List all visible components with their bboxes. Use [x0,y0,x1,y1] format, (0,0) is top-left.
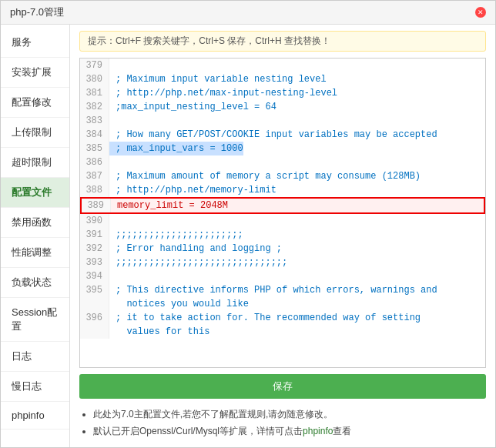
line-content: ; Maximum amount of memory a script may … [109,169,421,183]
line-number: 396 [80,311,109,325]
line-content: ; Maximum input variable nesting level [109,72,327,86]
code-line: 395; This directive informs PHP of which… [80,283,485,297]
sidebar-item-性能调整[interactable]: 性能调整 [1,238,69,268]
notes-section: 此处为7.0主配置文件,若您不了解配置规则,请勿随意修改。默认已开启Openss… [79,405,486,441]
code-line: 379 [80,59,485,72]
title-bar: php-7.0管理 ✕ [1,1,495,25]
line-content [109,59,116,72]
line-number [80,297,109,311]
window-title: php-7.0管理 [10,5,64,19]
line-content: notices you would like [109,297,249,311]
line-content: ;;;;;;;;;;;;;;;;;;;;;;; [109,228,243,242]
code-line: 392; Error handling and logging ; [80,242,485,256]
line-number: 384 [80,128,109,142]
line-number: 380 [80,72,109,86]
code-line: 389memory_limit = 2048M [80,197,485,214]
sidebar-item-配置修改[interactable]: 配置修改 [1,88,69,118]
note-item: 默认已开启Openssl/Curl/Mysql等扩展，详情可点击phpinfo查… [93,424,486,439]
line-content [109,214,116,228]
save-button[interactable]: 保存 [79,374,486,399]
hint-text: 提示：Ctrl+F 搜索关键字，Ctrl+S 保存，Ctrl+H 查找替换！ [88,35,330,46]
code-line: 384; How many GET/POST/COOKIE input vari… [80,128,485,142]
code-editor[interactable]: 379380; Maximum input variable nesting l… [79,58,486,368]
sidebar-item-禁用函数[interactable]: 禁用函数 [1,208,69,238]
phpinfo-link[interactable]: phpinfo [303,426,333,436]
code-line: 385; max_input_vars = 1000 [80,142,485,155]
line-number: 391 [80,228,109,242]
sidebar-item-负载状态[interactable]: 负载状态 [1,268,69,298]
line-number: 392 [80,242,109,256]
content-area: 提示：Ctrl+F 搜索关键字，Ctrl+S 保存，Ctrl+H 查找替换！ 3… [70,25,495,447]
line-content: values for this [109,325,209,339]
code-line: 380; Maximum input variable nesting leve… [80,72,485,86]
note-item: 此处为7.0主配置文件,若您不了解配置规则,请勿随意修改。 [93,407,486,422]
sidebar-item-安装扩展[interactable]: 安装扩展 [1,58,69,88]
close-button[interactable]: ✕ [475,7,486,18]
line-number: 389 [82,199,111,212]
sidebar-item-服务[interactable]: 服务 [1,28,69,58]
line-number [80,325,109,339]
line-number: 390 [80,214,109,228]
sidebar: 服务安装扩展配置修改上传限制超时限制配置文件禁用函数性能调整负载状态Sessio… [1,25,70,447]
main-content: 服务安装扩展配置修改上传限制超时限制配置文件禁用函数性能调整负载状态Sessio… [1,25,495,447]
line-number: 385 [80,142,109,155]
code-line: 391;;;;;;;;;;;;;;;;;;;;;;; [80,228,485,242]
line-content: ; http://php.net/max-input-nesting-level [109,86,337,100]
line-content [109,155,116,169]
line-content: ; it to take action for. The recommended… [109,311,421,325]
line-number: 386 [80,155,109,169]
code-line: 387; Maximum amount of memory a script m… [80,169,485,183]
line-content: ;;;;;;;;;;;;;;;;;;;;;;;;;;;;;;; [109,256,287,269]
sidebar-item-日志[interactable]: 日志 [1,342,69,372]
sidebar-item-上传限制[interactable]: 上传限制 [1,118,69,148]
line-content: ; max_input_vars = 1000 [109,142,243,155]
sidebar-item-配置文件[interactable]: 配置文件 [1,178,69,208]
line-number: 379 [80,59,109,72]
code-line: 381; http://php.net/max-input-nesting-le… [80,86,485,100]
line-number: 394 [80,269,109,283]
line-content: ; Error handling and logging ; [109,242,282,256]
line-content: ; This directive informs PHP of which er… [109,283,437,297]
line-content: memory_limit = 2048M [111,199,228,212]
sidebar-item-超时限制[interactable]: 超时限制 [1,148,69,178]
hint-bar: 提示：Ctrl+F 搜索关键字，Ctrl+S 保存，Ctrl+H 查找替换！ [79,31,486,52]
line-content [109,269,116,283]
code-line: 382;max_input_nesting_level = 64 [80,100,485,114]
line-number: 381 [80,86,109,100]
sidebar-item-慢日志[interactable]: 慢日志 [1,372,69,402]
line-content: ;max_input_nesting_level = 64 [109,100,276,114]
code-line: notices you would like [80,297,485,311]
sidebar-item-phpinfo[interactable]: phpinfo [1,402,69,430]
code-line: 396; it to take action for. The recommen… [80,311,485,325]
line-number: 383 [80,114,109,128]
line-content: ; http://php.net/memory-limit [109,183,276,197]
code-line: 388; http://php.net/memory-limit [80,183,485,197]
line-number: 387 [80,169,109,183]
line-number: 388 [80,183,109,197]
code-line: 394 [80,269,485,283]
code-line: 393;;;;;;;;;;;;;;;;;;;;;;;;;;;;;;; [80,256,485,269]
line-content: ; How many GET/POST/COOKIE input variabl… [109,128,437,142]
line-number: 395 [80,283,109,297]
sidebar-item-Session配置[interactable]: Session配置 [1,298,69,342]
line-number: 393 [80,256,109,269]
code-line: 390 [80,214,485,228]
main-window: php-7.0管理 ✕ 服务安装扩展配置修改上传限制超时限制配置文件禁用函数性能… [0,0,496,448]
code-line: values for this [80,325,485,339]
code-line: 386 [80,155,485,169]
line-number: 382 [80,100,109,114]
code-line: 383 [80,114,485,128]
line-content [109,114,116,128]
